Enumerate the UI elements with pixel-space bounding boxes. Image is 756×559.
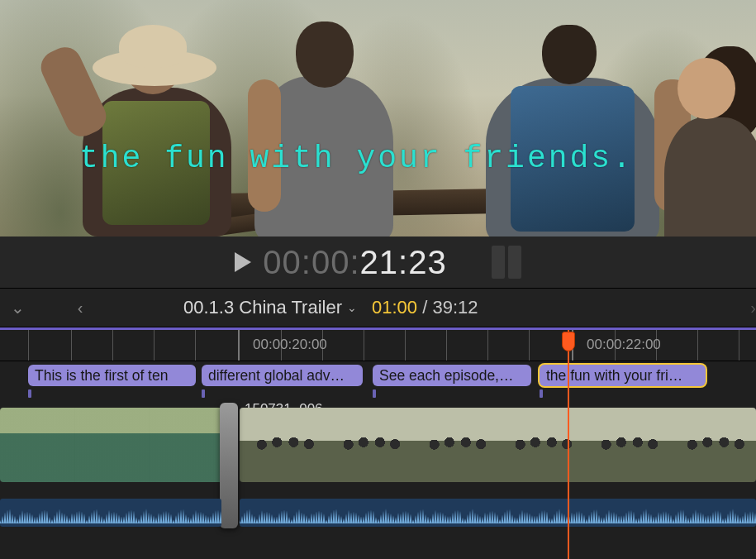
duration-current: 01:00 <box>372 297 417 318</box>
audio-track[interactable] <box>0 495 756 530</box>
timeline-history-forward[interactable]: › <box>665 299 756 318</box>
timecode-display: 00:00:21:23 <box>263 244 446 281</box>
project-name-label: 00.1.3 China Trailer <box>183 297 342 318</box>
clip-connector <box>202 389 205 398</box>
ruler-tick-minor <box>28 330 29 361</box>
ruler-tick-minor <box>195 330 196 361</box>
clip-thumbnail <box>0 408 74 482</box>
ruler-tick-minor <box>405 330 406 361</box>
ruler-tick-minor <box>529 330 530 361</box>
video-clip-a[interactable] <box>0 408 223 482</box>
clip-thumbnail <box>326 408 411 482</box>
project-name-dropdown[interactable]: 00.1.3 China Trailer ⌄ <box>183 297 357 318</box>
clip-connector <box>540 389 543 398</box>
figure-hiker-grey <box>248 22 397 236</box>
clip-thumbnail <box>670 408 756 482</box>
ruler-tick-major <box>572 330 573 361</box>
figure-woman <box>661 38 756 236</box>
ruler-tick-minor <box>487 330 488 361</box>
transport-bar: 00:00:21:23 <box>0 236 756 288</box>
figure-hiker-backpack <box>463 22 686 236</box>
ruler-label: 00:00:20:00 <box>253 337 327 353</box>
timeline-index-dropdown[interactable]: ⌄ <box>0 298 35 318</box>
clip-thumbnail <box>149 408 223 482</box>
viewer: the fun with your friends. <box>0 0 756 236</box>
clip-thumbnail <box>240 408 326 482</box>
clip-thumbnail <box>74 408 149 482</box>
audio-clip-b[interactable] <box>240 499 756 527</box>
project-bar: ⌄ ‹ 00.1.3 China Trailer ⌄ 01:00 / 39:12… <box>0 288 756 327</box>
play-button[interactable] <box>235 252 251 272</box>
ruler-tick-minor <box>154 330 155 361</box>
ruler-tick-major <box>238 330 240 361</box>
timecode-prefix: 00:00: <box>263 244 359 280</box>
figure-hiker-hat <box>33 22 264 236</box>
ruler-tick-minor <box>71 330 72 361</box>
timeline[interactable]: 00:00:20:0000:00:22:00 This is the first… <box>0 327 756 559</box>
caption-clip[interactable]: the fun with your fri… <box>540 365 706 386</box>
duration-total: 39:12 <box>432 297 478 318</box>
ruler-tick-minor <box>112 330 113 361</box>
clip-thumbnail <box>584 408 670 482</box>
clip-connector <box>373 389 376 398</box>
audio-meter-right <box>508 246 521 279</box>
clip-thumbnail <box>411 408 497 482</box>
clip-connector <box>28 389 31 398</box>
project-duration: 01:00 / 39:12 <box>372 297 478 318</box>
timecode-value: 21:23 <box>360 244 447 280</box>
ruler-label: 00:00:22:00 <box>587 337 661 353</box>
ruler-tick-minor <box>446 330 447 361</box>
viewer-frame <box>0 0 756 236</box>
caption-clip[interactable]: different global adv… <box>202 365 363 386</box>
caption-clip[interactable]: See each episode,… <box>373 365 531 386</box>
audio-meter-left <box>492 246 505 279</box>
video-track[interactable] <box>0 398 756 495</box>
captions-track[interactable]: This is the first of tendifferent global… <box>0 365 756 388</box>
audio-meters <box>492 246 521 279</box>
chevron-down-icon: ⌄ <box>347 301 357 314</box>
caption-clip[interactable]: This is the first of ten <box>28 365 196 386</box>
audio-clip-a[interactable] <box>0 499 221 527</box>
ruler-tick-minor <box>697 330 698 361</box>
caption-overlay-text: the fun with your friends. <box>79 141 634 176</box>
ruler-tick-minor <box>364 330 364 361</box>
video-clip-b[interactable] <box>240 408 756 482</box>
timeline-ruler[interactable]: 00:00:20:0000:00:22:00 <box>0 330 756 361</box>
clip-thumbnail <box>497 408 583 482</box>
timeline-history-back[interactable]: ‹ <box>35 299 126 318</box>
ruler-tick-minor <box>739 330 739 361</box>
